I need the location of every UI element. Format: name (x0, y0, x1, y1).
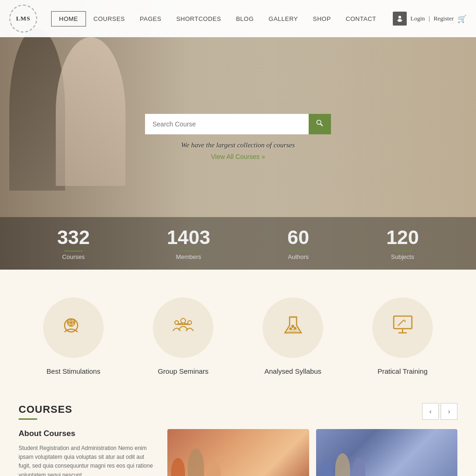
logo-text: LMS (16, 15, 30, 22)
search-button[interactable] (309, 114, 331, 134)
feature-label-3: Analysed Syllabus (246, 367, 339, 375)
search-input[interactable] (145, 114, 309, 134)
stat-subjects-label: Subjects (386, 253, 419, 260)
brain-icon (61, 312, 86, 343)
stat-authors-label: Authors (287, 253, 309, 260)
logo-circle: LMS (9, 5, 37, 33)
separator: | (429, 15, 430, 22)
svg-point-2 (317, 120, 321, 125)
flask-icon (280, 312, 306, 343)
register-link[interactable]: Register (434, 15, 454, 22)
feature-circle-3 (263, 298, 323, 358)
nav-item-contact[interactable]: CONTACT (338, 12, 383, 26)
feature-label-2: Group Seminars (137, 367, 230, 375)
course-images (167, 429, 457, 476)
svg-point-12 (181, 318, 185, 323)
courses-title-wrap: COURSES (19, 403, 73, 420)
cart-icon[interactable]: 🛒 (457, 14, 467, 23)
features-section: Best Stimulations (0, 270, 476, 394)
svg-line-3 (321, 124, 323, 126)
view-all-courses-link[interactable]: View All Courses » (122, 153, 354, 160)
stat-courses-label: Courses (57, 253, 90, 260)
svg-rect-9 (70, 324, 72, 326)
courses-section: COURSES ‹ › About Courses Student Regist… (0, 394, 476, 476)
user-icon[interactable] (393, 12, 407, 26)
stat-authors-number: 60 (287, 226, 309, 249)
svg-point-20 (294, 328, 296, 329)
main-nav: HOME COURSES PAGES SHORTCODES BLOG GALLE… (51, 11, 393, 26)
courses-underline (19, 418, 37, 420)
feature-analysed-syllabus: Analysed Syllabus (246, 298, 339, 375)
nav-item-home[interactable]: HOME (51, 11, 86, 26)
svg-point-1 (397, 19, 402, 22)
svg-rect-8 (70, 319, 72, 321)
about-courses-text: Student Registration and Administration … (19, 444, 153, 476)
stat-members-label: Members (167, 253, 210, 260)
hero-tagline: We have the largest collection of course… (122, 141, 354, 149)
nav-item-blog[interactable]: BLOG (229, 12, 261, 26)
nav-item-gallery[interactable]: GALLERY (261, 12, 305, 26)
person-silhouette-2 (56, 37, 126, 186)
nav-arrows: ‹ › (422, 403, 457, 420)
stat-courses: 332 Courses (57, 226, 90, 260)
feature-label-1: Best Stimulations (27, 367, 120, 375)
stat-authors: 60 Authors (287, 226, 309, 260)
svg-rect-11 (73, 322, 74, 324)
svg-line-27 (398, 325, 398, 326)
feature-circle-1 (43, 298, 104, 358)
stat-subjects: 120 Subjects (386, 226, 419, 260)
search-bar (145, 114, 331, 134)
svg-marker-26 (404, 320, 406, 323)
nav-item-courses[interactable]: COURSES (86, 12, 132, 26)
nav-item-pages[interactable]: PAGES (132, 12, 169, 26)
stat-members-underline (179, 251, 198, 251)
stats-bar: 332 Courses 1403 Members 60 Authors 120 … (0, 217, 476, 270)
courses-about: About Courses Student Registration and A… (19, 429, 153, 476)
stat-subjects-number: 120 (386, 226, 419, 249)
prev-arrow-button[interactable]: ‹ (422, 403, 439, 420)
svg-point-0 (398, 16, 401, 19)
feature-best-stimulations: Best Stimulations (27, 298, 120, 375)
header-right: Login | Register 🛒 (393, 12, 467, 26)
stat-authors-underline (289, 251, 308, 251)
feature-group-seminars: Group Seminars (137, 298, 230, 375)
svg-point-21 (290, 328, 291, 330)
monitor-icon (390, 312, 416, 343)
stat-subjects-underline (393, 251, 412, 251)
feature-practical-training: Pratical Training (356, 298, 449, 375)
header: LMS HOME COURSES PAGES SHORTCODES BLOG G… (0, 0, 476, 37)
hero-content: We have the largest collection of course… (122, 114, 354, 160)
course-image-1 (167, 429, 309, 476)
courses-header: COURSES ‹ › (19, 403, 457, 420)
svg-rect-10 (68, 322, 69, 324)
svg-line-25 (398, 320, 404, 325)
course-image-2 (316, 429, 458, 476)
stat-courses-number: 332 (57, 226, 90, 249)
svg-rect-22 (394, 316, 412, 329)
stat-members-number: 1403 (167, 226, 210, 249)
feature-circle-4 (372, 298, 433, 358)
courses-title: COURSES (19, 403, 73, 416)
nav-item-shortcodes[interactable]: SHORTCODES (169, 12, 229, 26)
feature-label-4: Pratical Training (356, 367, 449, 375)
stat-members: 1403 Members (167, 226, 210, 260)
feature-circle-2 (153, 298, 213, 358)
nav-item-shop[interactable]: SHOP (305, 12, 338, 26)
about-courses-title: About Courses (19, 429, 153, 438)
next-arrow-button[interactable]: › (441, 403, 457, 420)
stat-courses-underline (64, 251, 83, 251)
hero-section: We have the largest collection of course… (0, 0, 476, 270)
login-link[interactable]: Login (410, 15, 425, 22)
svg-point-19 (292, 325, 294, 327)
group-icon (171, 312, 196, 343)
svg-point-6 (70, 321, 73, 324)
logo[interactable]: LMS (9, 5, 37, 33)
courses-content: About Courses Student Registration and A… (19, 429, 457, 476)
